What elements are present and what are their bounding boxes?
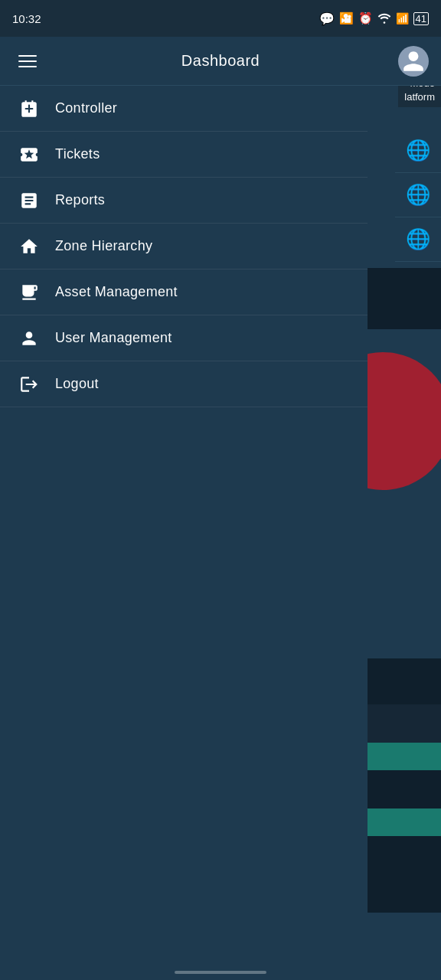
- status-bar: 10:32 💬 🎦 ⏰ 📶 41: [0, 0, 441, 37]
- avatar-button[interactable]: [398, 46, 429, 77]
- bar-teal-2: [360, 808, 441, 836]
- sidebar-item-reports[interactable]: Reports: [0, 178, 368, 224]
- right-bottom-bars: [360, 658, 441, 913]
- controller-label: Controller: [55, 100, 117, 116]
- sidebar-item-user[interactable]: User Management: [0, 315, 368, 361]
- hamburger-line-1: [18, 55, 37, 57]
- app-header: Dashboard: [0, 37, 441, 86]
- asset-label: Asset Management: [55, 284, 178, 300]
- bar-dark-3: [360, 770, 441, 808]
- status-time: 10:32: [12, 12, 41, 25]
- bar-dark-4: [360, 836, 441, 913]
- user-mgmt-icon: [15, 325, 43, 352]
- right-dark-block: [360, 268, 441, 329]
- sidebar-item-logout[interactable]: Logout: [0, 361, 368, 407]
- home-indicator: [175, 971, 266, 974]
- page-title: Dashboard: [181, 52, 260, 70]
- zone-label: Zone Hierarchy: [55, 238, 152, 254]
- globe-icon-3: 🌐: [395, 217, 441, 262]
- red-circle: [360, 352, 441, 490]
- sidebar-item-controller[interactable]: Controller: [0, 86, 368, 132]
- hamburger-line-2: [18, 60, 37, 62]
- controller-icon: [15, 95, 43, 122]
- user-label: User Management: [55, 330, 172, 346]
- nav-menu: Controller Tickets Reports: [0, 86, 368, 407]
- alarm-icon: ⏰: [358, 11, 373, 25]
- hamburger-line-3: [18, 66, 37, 67]
- sidebar-item-tickets[interactable]: Tickets: [0, 132, 368, 178]
- globe-icon-1: 🌐: [395, 129, 441, 173]
- tickets-icon: [15, 141, 43, 168]
- phone-icon: 📶: [396, 12, 409, 24]
- status-icons: 💬 🎦 ⏰ 📶 41: [319, 11, 429, 26]
- logout-label: Logout: [55, 376, 99, 392]
- hamburger-button[interactable]: [12, 49, 43, 74]
- whatsapp-icon: 💬: [319, 11, 335, 26]
- video-icon: 🎦: [339, 11, 354, 25]
- bar-dark-1: [360, 658, 441, 704]
- reports-icon: [15, 187, 43, 214]
- right-red-area: [360, 329, 441, 498]
- asset-icon: [15, 279, 43, 306]
- wifi-icon: [377, 13, 391, 24]
- globe-icon-2: 🌐: [395, 173, 441, 217]
- zone-icon: [15, 233, 43, 260]
- sidebar-item-asset[interactable]: Asset Management: [0, 270, 368, 315]
- globe-icons-right: 🌐 🌐 🌐: [395, 129, 441, 262]
- bar-teal-1: [360, 743, 441, 770]
- tickets-label: Tickets: [55, 146, 100, 162]
- logout-icon: [15, 371, 43, 398]
- sidebar-item-zone[interactable]: Zone Hierarchy: [0, 224, 368, 270]
- bar-dark-2: [360, 704, 441, 743]
- nav-drawer: Controller Tickets Reports: [0, 86, 368, 980]
- avatar-icon: [401, 49, 426, 74]
- reports-label: Reports: [55, 192, 105, 208]
- battery-icon: 41: [413, 12, 429, 25]
